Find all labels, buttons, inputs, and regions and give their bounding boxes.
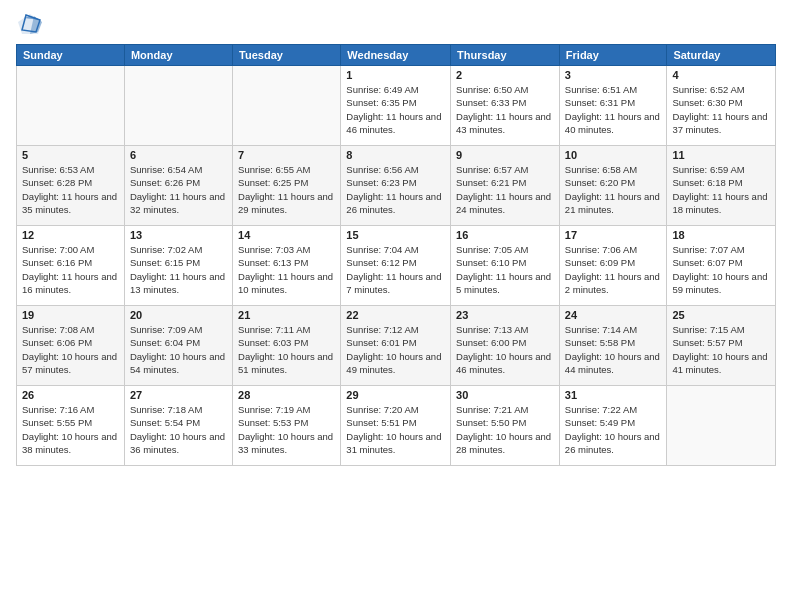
calendar-cell: 8 Sunrise: 6:56 AMSunset: 6:23 PMDayligh…	[341, 146, 451, 226]
day-number: 3	[565, 69, 662, 81]
header	[16, 12, 776, 36]
day-number: 4	[672, 69, 770, 81]
calendar-week-row: 26 Sunrise: 7:16 AMSunset: 5:55 PMDaylig…	[17, 386, 776, 466]
day-info: Sunrise: 7:11 AMSunset: 6:03 PMDaylight:…	[238, 323, 335, 376]
day-number: 5	[22, 149, 119, 161]
calendar-cell: 26 Sunrise: 7:16 AMSunset: 5:55 PMDaylig…	[17, 386, 125, 466]
calendar-cell: 28 Sunrise: 7:19 AMSunset: 5:53 PMDaylig…	[233, 386, 341, 466]
day-info: Sunrise: 7:05 AMSunset: 6:10 PMDaylight:…	[456, 243, 554, 296]
day-number: 9	[456, 149, 554, 161]
calendar-cell	[124, 66, 232, 146]
calendar-cell: 7 Sunrise: 6:55 AMSunset: 6:25 PMDayligh…	[233, 146, 341, 226]
calendar-cell: 4 Sunrise: 6:52 AMSunset: 6:30 PMDayligh…	[667, 66, 776, 146]
calendar-header-row: SundayMondayTuesdayWednesdayThursdayFrid…	[17, 45, 776, 66]
calendar-cell: 17 Sunrise: 7:06 AMSunset: 6:09 PMDaylig…	[559, 226, 667, 306]
calendar-cell: 12 Sunrise: 7:00 AMSunset: 6:16 PMDaylig…	[17, 226, 125, 306]
day-info: Sunrise: 6:59 AMSunset: 6:18 PMDaylight:…	[672, 163, 770, 216]
day-info: Sunrise: 7:14 AMSunset: 5:58 PMDaylight:…	[565, 323, 662, 376]
calendar-cell: 31 Sunrise: 7:22 AMSunset: 5:49 PMDaylig…	[559, 386, 667, 466]
day-info: Sunrise: 7:20 AMSunset: 5:51 PMDaylight:…	[346, 403, 445, 456]
day-number: 1	[346, 69, 445, 81]
day-number: 14	[238, 229, 335, 241]
day-number: 23	[456, 309, 554, 321]
day-info: Sunrise: 6:52 AMSunset: 6:30 PMDaylight:…	[672, 83, 770, 136]
calendar-weekday-tuesday: Tuesday	[233, 45, 341, 66]
calendar-week-row: 1 Sunrise: 6:49 AMSunset: 6:35 PMDayligh…	[17, 66, 776, 146]
day-info: Sunrise: 7:13 AMSunset: 6:00 PMDaylight:…	[456, 323, 554, 376]
calendar-cell: 1 Sunrise: 6:49 AMSunset: 6:35 PMDayligh…	[341, 66, 451, 146]
day-info: Sunrise: 7:21 AMSunset: 5:50 PMDaylight:…	[456, 403, 554, 456]
logo	[16, 12, 48, 36]
calendar-weekday-thursday: Thursday	[451, 45, 560, 66]
day-info: Sunrise: 6:55 AMSunset: 6:25 PMDaylight:…	[238, 163, 335, 216]
calendar-cell	[667, 386, 776, 466]
day-info: Sunrise: 7:15 AMSunset: 5:57 PMDaylight:…	[672, 323, 770, 376]
day-number: 28	[238, 389, 335, 401]
day-info: Sunrise: 6:54 AMSunset: 6:26 PMDaylight:…	[130, 163, 227, 216]
day-number: 17	[565, 229, 662, 241]
day-info: Sunrise: 7:03 AMSunset: 6:13 PMDaylight:…	[238, 243, 335, 296]
day-number: 21	[238, 309, 335, 321]
day-number: 24	[565, 309, 662, 321]
day-info: Sunrise: 6:56 AMSunset: 6:23 PMDaylight:…	[346, 163, 445, 216]
calendar-cell: 30 Sunrise: 7:21 AMSunset: 5:50 PMDaylig…	[451, 386, 560, 466]
day-info: Sunrise: 6:58 AMSunset: 6:20 PMDaylight:…	[565, 163, 662, 216]
calendar-cell: 10 Sunrise: 6:58 AMSunset: 6:20 PMDaylig…	[559, 146, 667, 226]
day-info: Sunrise: 7:09 AMSunset: 6:04 PMDaylight:…	[130, 323, 227, 376]
day-info: Sunrise: 6:53 AMSunset: 6:28 PMDaylight:…	[22, 163, 119, 216]
day-info: Sunrise: 7:18 AMSunset: 5:54 PMDaylight:…	[130, 403, 227, 456]
day-number: 18	[672, 229, 770, 241]
day-number: 6	[130, 149, 227, 161]
page-container: SundayMondayTuesdayWednesdayThursdayFrid…	[0, 0, 792, 612]
day-info: Sunrise: 6:57 AMSunset: 6:21 PMDaylight:…	[456, 163, 554, 216]
calendar-cell: 24 Sunrise: 7:14 AMSunset: 5:58 PMDaylig…	[559, 306, 667, 386]
calendar-cell: 19 Sunrise: 7:08 AMSunset: 6:06 PMDaylig…	[17, 306, 125, 386]
day-number: 31	[565, 389, 662, 401]
calendar-cell: 18 Sunrise: 7:07 AMSunset: 6:07 PMDaylig…	[667, 226, 776, 306]
day-number: 20	[130, 309, 227, 321]
calendar-cell: 9 Sunrise: 6:57 AMSunset: 6:21 PMDayligh…	[451, 146, 560, 226]
day-number: 12	[22, 229, 119, 241]
calendar-cell: 15 Sunrise: 7:04 AMSunset: 6:12 PMDaylig…	[341, 226, 451, 306]
day-number: 25	[672, 309, 770, 321]
day-number: 27	[130, 389, 227, 401]
day-info: Sunrise: 7:19 AMSunset: 5:53 PMDaylight:…	[238, 403, 335, 456]
day-info: Sunrise: 7:12 AMSunset: 6:01 PMDaylight:…	[346, 323, 445, 376]
day-info: Sunrise: 7:22 AMSunset: 5:49 PMDaylight:…	[565, 403, 662, 456]
day-info: Sunrise: 7:06 AMSunset: 6:09 PMDaylight:…	[565, 243, 662, 296]
day-info: Sunrise: 7:04 AMSunset: 6:12 PMDaylight:…	[346, 243, 445, 296]
calendar-weekday-friday: Friday	[559, 45, 667, 66]
day-info: Sunrise: 7:02 AMSunset: 6:15 PMDaylight:…	[130, 243, 227, 296]
day-number: 11	[672, 149, 770, 161]
calendar-table: SundayMondayTuesdayWednesdayThursdayFrid…	[16, 44, 776, 466]
calendar-week-row: 5 Sunrise: 6:53 AMSunset: 6:28 PMDayligh…	[17, 146, 776, 226]
calendar-cell: 27 Sunrise: 7:18 AMSunset: 5:54 PMDaylig…	[124, 386, 232, 466]
day-number: 2	[456, 69, 554, 81]
day-info: Sunrise: 7:08 AMSunset: 6:06 PMDaylight:…	[22, 323, 119, 376]
calendar-cell	[17, 66, 125, 146]
calendar-cell: 13 Sunrise: 7:02 AMSunset: 6:15 PMDaylig…	[124, 226, 232, 306]
calendar-cell: 23 Sunrise: 7:13 AMSunset: 6:00 PMDaylig…	[451, 306, 560, 386]
day-number: 8	[346, 149, 445, 161]
day-number: 29	[346, 389, 445, 401]
calendar-cell: 2 Sunrise: 6:50 AMSunset: 6:33 PMDayligh…	[451, 66, 560, 146]
day-number: 7	[238, 149, 335, 161]
calendar-cell: 3 Sunrise: 6:51 AMSunset: 6:31 PMDayligh…	[559, 66, 667, 146]
calendar-weekday-monday: Monday	[124, 45, 232, 66]
calendar-cell: 29 Sunrise: 7:20 AMSunset: 5:51 PMDaylig…	[341, 386, 451, 466]
day-info: Sunrise: 6:51 AMSunset: 6:31 PMDaylight:…	[565, 83, 662, 136]
day-number: 15	[346, 229, 445, 241]
day-info: Sunrise: 7:16 AMSunset: 5:55 PMDaylight:…	[22, 403, 119, 456]
calendar-cell: 22 Sunrise: 7:12 AMSunset: 6:01 PMDaylig…	[341, 306, 451, 386]
day-number: 13	[130, 229, 227, 241]
calendar-cell	[233, 66, 341, 146]
day-number: 22	[346, 309, 445, 321]
calendar-cell: 11 Sunrise: 6:59 AMSunset: 6:18 PMDaylig…	[667, 146, 776, 226]
day-number: 19	[22, 309, 119, 321]
calendar-cell: 20 Sunrise: 7:09 AMSunset: 6:04 PMDaylig…	[124, 306, 232, 386]
calendar-cell: 5 Sunrise: 6:53 AMSunset: 6:28 PMDayligh…	[17, 146, 125, 226]
calendar-cell: 25 Sunrise: 7:15 AMSunset: 5:57 PMDaylig…	[667, 306, 776, 386]
day-info: Sunrise: 6:49 AMSunset: 6:35 PMDaylight:…	[346, 83, 445, 136]
calendar-cell: 14 Sunrise: 7:03 AMSunset: 6:13 PMDaylig…	[233, 226, 341, 306]
day-info: Sunrise: 6:50 AMSunset: 6:33 PMDaylight:…	[456, 83, 554, 136]
